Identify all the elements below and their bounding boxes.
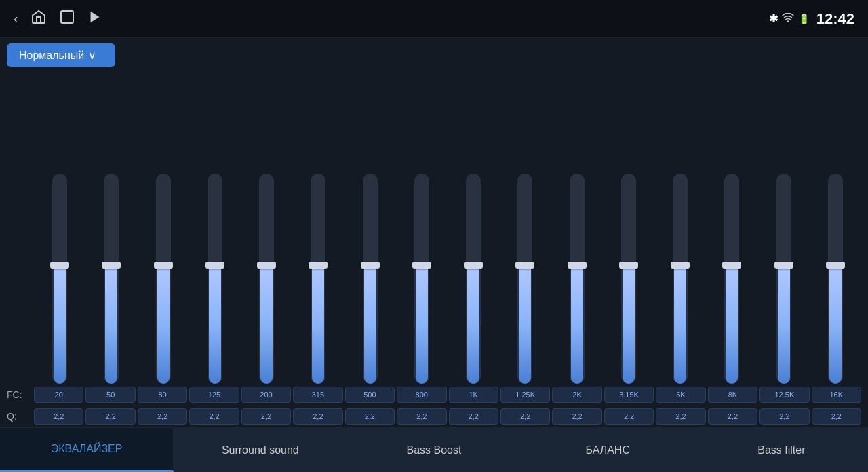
preset-button[interactable]: Нормальный ∨ (7, 43, 115, 67)
slider-track-800[interactable] (414, 174, 429, 384)
slider-fill-2K (571, 265, 583, 384)
q-button-12.5K[interactable]: 2,2 (760, 408, 809, 425)
home-icon[interactable] (31, 9, 47, 28)
slider-track-80[interactable] (156, 174, 171, 384)
fc-button-800[interactable]: 800 (397, 387, 446, 403)
slider-handle-800[interactable] (412, 262, 431, 269)
q-button-1K[interactable]: 2,2 (449, 408, 498, 425)
slider-track-200[interactable] (259, 174, 274, 384)
clock: 12:42 (816, 10, 854, 28)
slider-handle-12.5K[interactable] (774, 262, 793, 269)
slider-fill-200 (260, 265, 273, 384)
fc-button-5K[interactable]: 5K (656, 387, 705, 403)
back-icon[interactable]: ‹ (14, 11, 18, 26)
slider-track-125[interactable] (208, 174, 222, 384)
battery-icon: 🔋 (798, 14, 810, 24)
q-button-5K[interactable]: 2,2 (656, 408, 705, 425)
slider-track-1.25K[interactable] (517, 174, 532, 384)
q-button-20[interactable]: 2,2 (34, 408, 83, 425)
fc-button-500[interactable]: 500 (345, 387, 395, 403)
slider-track-16K[interactable] (828, 174, 843, 384)
q-button-80[interactable]: 2,2 (138, 408, 187, 425)
tab-bass-boost[interactable]: Bass Boost (347, 428, 521, 472)
square-icon[interactable] (59, 9, 75, 28)
slider-handle-8K[interactable] (722, 262, 741, 269)
slider-handle-125[interactable] (205, 262, 224, 269)
slider-col-8K (706, 174, 757, 384)
fc-button-1.25K[interactable]: 1.25K (500, 387, 550, 403)
q-button-800[interactable]: 2,2 (397, 408, 446, 425)
q-button-8K[interactable]: 2,2 (708, 408, 757, 425)
fc-button-200[interactable]: 200 (241, 387, 291, 403)
equalizer-area: FC: 2050801252003155008001K1.25K2K3.15K5… (7, 71, 861, 427)
q-button-3.15K[interactable]: 2,2 (604, 408, 654, 425)
q-button-500[interactable]: 2,2 (345, 408, 395, 425)
tab-bass-filter[interactable]: Bass filter (695, 428, 868, 472)
q-button-200[interactable]: 2,2 (241, 408, 291, 425)
slider-handle-3.15K[interactable] (619, 262, 638, 269)
tab-bar: ЭКВАЛАЙЗЕРSurround soundBass BoostБАЛАНС… (0, 427, 868, 472)
slider-handle-2K[interactable] (568, 262, 587, 269)
slider-handle-315[interactable] (309, 262, 328, 269)
slider-track-3.15K[interactable] (621, 174, 636, 384)
slider-fill-1.25K (519, 265, 531, 384)
tab-equalizer[interactable]: ЭКВАЛАЙЗЕР (0, 428, 174, 472)
slider-fill-5K (674, 265, 686, 384)
slider-handle-500[interactable] (361, 262, 380, 269)
slider-col-5K (654, 174, 706, 384)
slider-track-12.5K[interactable] (776, 174, 791, 384)
slider-handle-20[interactable] (50, 262, 69, 269)
slider-track-315[interactable] (311, 174, 326, 384)
fc-button-315[interactable]: 315 (293, 387, 342, 403)
q-button-2K[interactable]: 2,2 (552, 408, 601, 425)
fc-button-20[interactable]: 20 (34, 387, 83, 403)
q-button-315[interactable]: 2,2 (293, 408, 342, 425)
fc-button-3.15K[interactable]: 3.15K (604, 387, 654, 403)
slider-track-500[interactable] (363, 174, 378, 384)
slider-handle-5K[interactable] (671, 262, 690, 269)
fc-button-50[interactable]: 50 (85, 387, 135, 403)
sliders-container (7, 71, 861, 384)
slider-handle-200[interactable] (257, 262, 276, 269)
q-button-1.25K[interactable]: 2,2 (500, 408, 550, 425)
fc-button-12.5K[interactable]: 12.5K (760, 387, 809, 403)
q-buttons: 2,22,22,22,22,22,22,22,22,22,22,22,22,22… (34, 408, 861, 425)
slider-track-5K[interactable] (673, 174, 688, 384)
slider-handle-1.25K[interactable] (515, 262, 534, 269)
play-icon[interactable] (87, 9, 102, 28)
slider-col-125 (189, 174, 241, 384)
slider-col-80 (138, 174, 189, 384)
fc-button-8K[interactable]: 8K (708, 387, 757, 403)
fc-button-2K[interactable]: 2K (552, 387, 601, 403)
fc-button-1K[interactable]: 1K (449, 387, 498, 403)
svg-point-2 (787, 21, 789, 22)
slider-fill-16K (829, 265, 842, 384)
fc-button-125[interactable]: 125 (189, 387, 239, 403)
slider-fill-80 (157, 265, 170, 384)
q-row: Q: 2,22,22,22,22,22,22,22,22,22,22,22,22… (7, 406, 861, 427)
slider-fill-20 (54, 265, 66, 384)
tab-balance[interactable]: БАЛАНС (521, 428, 695, 472)
status-right: ✱ 🔋 12:42 (769, 10, 854, 28)
slider-col-200 (241, 174, 292, 384)
tab-surround[interactable]: Surround sound (174, 428, 347, 472)
slider-track-8K[interactable] (724, 174, 739, 384)
slider-col-20 (34, 174, 85, 384)
slider-handle-50[interactable] (102, 262, 121, 269)
slider-handle-16K[interactable] (826, 262, 845, 269)
slider-fill-12.5K (778, 265, 790, 384)
preset-label: Нормальный (19, 50, 84, 62)
slider-track-20[interactable] (52, 174, 67, 384)
q-button-50[interactable]: 2,2 (85, 408, 135, 425)
slider-handle-1K[interactable] (464, 262, 483, 269)
q-button-16K[interactable]: 2,2 (812, 408, 861, 425)
slider-track-50[interactable] (104, 174, 119, 384)
fc-button-16K[interactable]: 16K (812, 387, 861, 403)
slider-handle-80[interactable] (154, 262, 173, 269)
slider-fill-315 (312, 265, 324, 384)
fc-button-80[interactable]: 80 (138, 387, 187, 403)
status-bar: ‹ ✱ (0, 0, 868, 38)
slider-track-1K[interactable] (466, 174, 481, 384)
slider-track-2K[interactable] (570, 174, 585, 384)
q-button-125[interactable]: 2,2 (189, 408, 239, 425)
